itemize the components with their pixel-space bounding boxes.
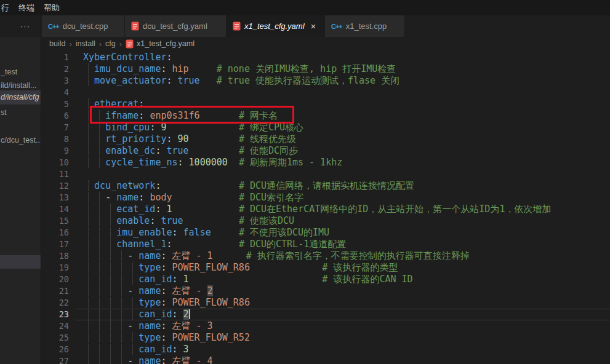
code-line[interactable]: 11 <box>42 168 610 180</box>
token <box>83 227 116 238</box>
close-icon[interactable]: × <box>311 22 316 31</box>
code-line[interactable]: 26 can_id: 3 <box>42 344 610 355</box>
token: false <box>183 227 211 238</box>
code-line[interactable]: 10 cycle_time_ns: 1000000 # 刷新周期1ms - 1k… <box>42 157 610 168</box>
sidebar-item[interactable]: c/dcu_test... <box>0 133 41 147</box>
token: can_id <box>138 274 172 285</box>
code-text: can_id: 3 <box>83 344 610 355</box>
menu-item-2[interactable]: 帮助 <box>44 2 65 14</box>
token: name <box>116 192 138 203</box>
line-number: 3 <box>42 75 69 87</box>
code-line[interactable]: 20 can_id: 1 # 该执行器的CAN ID <box>42 274 610 285</box>
code-text <box>83 87 610 98</box>
token: ecat_id <box>116 204 155 215</box>
code-line[interactable]: 14 ecat_id: 1 # DCU在EtherCAT网络中的ID，从主站开始… <box>42 204 610 215</box>
sidebar-header: ··· <box>0 15 41 37</box>
code-line[interactable]: 18 - name: 左臂 - 1 # 执行器索引名字，不需要控制的执行器可直接… <box>42 250 610 262</box>
code-line[interactable]: 5 ethercat: <box>42 98 610 110</box>
code-line[interactable]: 4 <box>42 87 610 98</box>
code-text: - name: 左臂 - 1 # 执行器索引名字，不需要控制的执行器可直接注释掉 <box>83 250 610 262</box>
token <box>172 75 178 86</box>
code-line[interactable]: 19 type: POWER_FLOW_R86 # 该执行器的类型 <box>42 262 610 274</box>
tab-strip: C++dcu_test.cppdcu_test_cfg.yamlx1_test_… <box>42 15 610 37</box>
sidebar-selected-row[interactable] <box>0 255 41 269</box>
code-text: - name: body # DCU索引名字 <box>83 192 610 204</box>
token: enable_dc <box>105 145 155 156</box>
token <box>189 133 239 144</box>
token <box>250 262 322 273</box>
line-number: 22 <box>42 297 69 309</box>
tab-dcu_test.cpp[interactable]: C++dcu_test.cpp <box>42 15 125 37</box>
token <box>83 122 105 133</box>
token: 左臂 - 3 <box>172 320 213 331</box>
code-text: ifname: enp0s31f6 # 网卡名 <box>83 110 610 122</box>
code-line[interactable]: 6 ifname: enp0s31f6 # 网卡名 <box>42 110 610 122</box>
breadcrumb-segment[interactable]: build <box>49 39 65 48</box>
code-line[interactable]: 15 enable: true # 使能该DCU <box>42 215 610 227</box>
token: name <box>138 285 161 296</box>
token: : <box>166 133 172 144</box>
sidebar-item[interactable]: st <box>0 106 41 119</box>
line-number: 20 <box>42 274 69 285</box>
code-line[interactable]: 22 type: POWER_FLOW_R86 <box>42 297 610 309</box>
code-text: dcu_network: # DCU通信网络，请根据实机连接情况配置 <box>83 180 610 192</box>
tab-x1_test_cfg.yaml[interactable]: x1_test_cfg.yaml× <box>227 15 325 37</box>
token: POWER_FLOW_R52 <box>172 332 250 343</box>
breadcrumb-segment[interactable]: cfg <box>105 39 116 48</box>
code-line[interactable]: 1XyberController: <box>42 52 610 63</box>
token <box>166 250 172 261</box>
token: type <box>138 262 161 273</box>
code-line[interactable]: 17 channel_1: # DCU的CTRL-1通道配置 <box>42 239 610 250</box>
token: enable <box>116 215 150 226</box>
code-line[interactable]: 7 bind_cpu: 9 # 绑定CPU核心 <box>42 122 610 133</box>
token: channel_1 <box>116 239 166 250</box>
token: imu_enable <box>116 227 172 238</box>
token: # 不使用该DCU的IMU <box>239 227 329 238</box>
code-line[interactable]: 16 imu_enable: false # 不使用该DCU的IMU <box>42 227 610 239</box>
token <box>178 344 183 355</box>
tab-dcu_test_cfg.yaml[interactable]: dcu_test_cfg.yaml <box>125 15 227 37</box>
more-actions-button[interactable]: ··· <box>20 22 30 31</box>
line-number: 26 <box>42 344 69 355</box>
code-line[interactable]: 23 can_id: 2 <box>42 309 610 320</box>
chevron-right-icon: › <box>99 39 102 49</box>
token <box>83 145 105 156</box>
token <box>83 332 138 343</box>
code-text: cycle_time_ns: 1000000 # 刷新周期1ms - 1khz <box>83 157 610 168</box>
token: : <box>138 98 144 109</box>
code-line[interactable]: 3 move_actuator: true # true 使能执行器运动测试，f… <box>42 75 610 87</box>
code-line[interactable]: 24 - name: 左臂 - 3 <box>42 320 610 332</box>
code-line[interactable]: 25 type: POWER_FLOW_R52 <box>42 332 610 344</box>
code-line[interactable]: 13 - name: body # DCU索引名字 <box>42 192 610 204</box>
code-line[interactable]: 21 - name: 左臂 - 2 <box>42 285 610 297</box>
breadcrumb-segment[interactable]: install <box>76 39 95 48</box>
code-line[interactable]: 9 enable_dc: true # 使能DC同步 <box>42 145 610 157</box>
token: : <box>172 274 178 285</box>
code-text: move_actuator: true # true 使能执行器运动测试，fla… <box>83 75 610 87</box>
tab-x1_test.cpp[interactable]: C++x1_test.cpp <box>325 15 405 37</box>
token: rt_priority <box>105 133 166 144</box>
token: # 绑定CPU核心 <box>239 122 303 133</box>
token: 1 <box>183 274 189 285</box>
code-text: bind_cpu: 9 # 绑定CPU核心 <box>83 122 610 133</box>
token: 90 <box>178 133 189 144</box>
token: - <box>127 355 138 364</box>
code-line[interactable]: 2 imu_dcu_name: hip # none 关闭IMU检查, hip … <box>42 63 610 75</box>
line-number: 17 <box>42 239 69 250</box>
token: enp0s31f6 <box>150 110 199 121</box>
menu-item-0[interactable]: 行 <box>1 2 15 14</box>
token <box>83 98 94 109</box>
sidebar-item[interactable]: _test <box>0 65 41 79</box>
code-line[interactable]: 27 - name: 左臂 - 4 <box>42 355 610 364</box>
breadcrumb-file[interactable]: x1_test_cfg.yaml <box>126 39 195 49</box>
code-line[interactable]: 8 rt_priority: 90 # 线程优先级 <box>42 133 610 145</box>
menu-item-1[interactable]: 终端 <box>18 2 40 14</box>
token: imu_dcu_name <box>94 63 161 74</box>
token: : <box>138 192 144 203</box>
token <box>178 274 183 285</box>
line-number: 10 <box>42 157 69 168</box>
sidebar-item[interactable]: d/install/cfg <box>0 90 41 105</box>
token: # none 关闭IMU检查, hip 打开IMU检查 <box>217 63 396 74</box>
code-line[interactable]: 12 dcu_network: # DCU通信网络，请根据实机连接情况配置 <box>42 180 610 192</box>
token: : <box>166 239 172 250</box>
